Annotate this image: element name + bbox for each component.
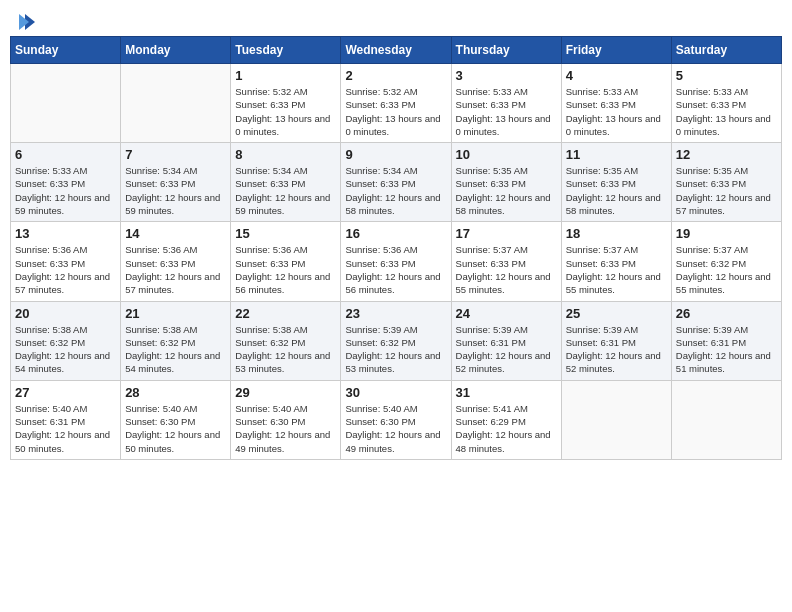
day-header-tuesday: Tuesday — [231, 37, 341, 64]
calendar-header-row: SundayMondayTuesdayWednesdayThursdayFrid… — [11, 37, 782, 64]
day-header-friday: Friday — [561, 37, 671, 64]
day-number: 10 — [456, 147, 557, 162]
calendar-cell: 20Sunrise: 5:38 AMSunset: 6:32 PMDayligh… — [11, 301, 121, 380]
calendar-cell: 22Sunrise: 5:38 AMSunset: 6:32 PMDayligh… — [231, 301, 341, 380]
day-info: Sunrise: 5:33 AMSunset: 6:33 PMDaylight:… — [456, 85, 557, 138]
day-info: Sunrise: 5:36 AMSunset: 6:33 PMDaylight:… — [15, 243, 116, 296]
calendar-cell: 2Sunrise: 5:32 AMSunset: 6:33 PMDaylight… — [341, 64, 451, 143]
calendar-cell — [121, 64, 231, 143]
day-info: Sunrise: 5:37 AMSunset: 6:33 PMDaylight:… — [566, 243, 667, 296]
logo — [16, 14, 37, 32]
day-info: Sunrise: 5:34 AMSunset: 6:33 PMDaylight:… — [235, 164, 336, 217]
calendar-cell: 15Sunrise: 5:36 AMSunset: 6:33 PMDayligh… — [231, 222, 341, 301]
day-number: 12 — [676, 147, 777, 162]
calendar-cell: 18Sunrise: 5:37 AMSunset: 6:33 PMDayligh… — [561, 222, 671, 301]
day-info: Sunrise: 5:36 AMSunset: 6:33 PMDaylight:… — [345, 243, 446, 296]
day-info: Sunrise: 5:40 AMSunset: 6:31 PMDaylight:… — [15, 402, 116, 455]
day-number: 23 — [345, 306, 446, 321]
day-number: 29 — [235, 385, 336, 400]
day-info: Sunrise: 5:32 AMSunset: 6:33 PMDaylight:… — [345, 85, 446, 138]
calendar-cell: 17Sunrise: 5:37 AMSunset: 6:33 PMDayligh… — [451, 222, 561, 301]
day-info: Sunrise: 5:36 AMSunset: 6:33 PMDaylight:… — [125, 243, 226, 296]
calendar-cell: 31Sunrise: 5:41 AMSunset: 6:29 PMDayligh… — [451, 380, 561, 459]
calendar-cell — [11, 64, 121, 143]
calendar-cell: 23Sunrise: 5:39 AMSunset: 6:32 PMDayligh… — [341, 301, 451, 380]
day-info: Sunrise: 5:32 AMSunset: 6:33 PMDaylight:… — [235, 85, 336, 138]
day-header-thursday: Thursday — [451, 37, 561, 64]
day-info: Sunrise: 5:34 AMSunset: 6:33 PMDaylight:… — [125, 164, 226, 217]
day-number: 11 — [566, 147, 667, 162]
day-info: Sunrise: 5:37 AMSunset: 6:33 PMDaylight:… — [456, 243, 557, 296]
calendar-cell: 14Sunrise: 5:36 AMSunset: 6:33 PMDayligh… — [121, 222, 231, 301]
calendar-cell: 9Sunrise: 5:34 AMSunset: 6:33 PMDaylight… — [341, 143, 451, 222]
calendar-cell: 8Sunrise: 5:34 AMSunset: 6:33 PMDaylight… — [231, 143, 341, 222]
day-info: Sunrise: 5:39 AMSunset: 6:31 PMDaylight:… — [676, 323, 777, 376]
day-number: 9 — [345, 147, 446, 162]
day-info: Sunrise: 5:38 AMSunset: 6:32 PMDaylight:… — [15, 323, 116, 376]
day-info: Sunrise: 5:37 AMSunset: 6:32 PMDaylight:… — [676, 243, 777, 296]
day-info: Sunrise: 5:40 AMSunset: 6:30 PMDaylight:… — [235, 402, 336, 455]
day-info: Sunrise: 5:39 AMSunset: 6:31 PMDaylight:… — [456, 323, 557, 376]
day-info: Sunrise: 5:34 AMSunset: 6:33 PMDaylight:… — [345, 164, 446, 217]
day-number: 31 — [456, 385, 557, 400]
page-header — [10, 10, 782, 32]
logo-icon — [17, 12, 37, 32]
day-number: 28 — [125, 385, 226, 400]
calendar-cell: 1Sunrise: 5:32 AMSunset: 6:33 PMDaylight… — [231, 64, 341, 143]
calendar-cell — [671, 380, 781, 459]
day-number: 2 — [345, 68, 446, 83]
calendar-cell: 12Sunrise: 5:35 AMSunset: 6:33 PMDayligh… — [671, 143, 781, 222]
calendar-cell: 28Sunrise: 5:40 AMSunset: 6:30 PMDayligh… — [121, 380, 231, 459]
calendar-cell: 16Sunrise: 5:36 AMSunset: 6:33 PMDayligh… — [341, 222, 451, 301]
day-number: 30 — [345, 385, 446, 400]
day-number: 17 — [456, 226, 557, 241]
calendar-cell: 26Sunrise: 5:39 AMSunset: 6:31 PMDayligh… — [671, 301, 781, 380]
day-number: 22 — [235, 306, 336, 321]
day-number: 6 — [15, 147, 116, 162]
day-number: 18 — [566, 226, 667, 241]
calendar-cell: 4Sunrise: 5:33 AMSunset: 6:33 PMDaylight… — [561, 64, 671, 143]
calendar-week-row: 20Sunrise: 5:38 AMSunset: 6:32 PMDayligh… — [11, 301, 782, 380]
day-number: 16 — [345, 226, 446, 241]
calendar-cell: 24Sunrise: 5:39 AMSunset: 6:31 PMDayligh… — [451, 301, 561, 380]
day-number: 20 — [15, 306, 116, 321]
day-number: 26 — [676, 306, 777, 321]
day-number: 5 — [676, 68, 777, 83]
day-info: Sunrise: 5:40 AMSunset: 6:30 PMDaylight:… — [125, 402, 226, 455]
day-number: 7 — [125, 147, 226, 162]
calendar-cell: 5Sunrise: 5:33 AMSunset: 6:33 PMDaylight… — [671, 64, 781, 143]
day-number: 13 — [15, 226, 116, 241]
day-info: Sunrise: 5:38 AMSunset: 6:32 PMDaylight:… — [235, 323, 336, 376]
calendar-cell: 19Sunrise: 5:37 AMSunset: 6:32 PMDayligh… — [671, 222, 781, 301]
day-number: 24 — [456, 306, 557, 321]
calendar-cell: 25Sunrise: 5:39 AMSunset: 6:31 PMDayligh… — [561, 301, 671, 380]
calendar-cell: 13Sunrise: 5:36 AMSunset: 6:33 PMDayligh… — [11, 222, 121, 301]
calendar-cell: 30Sunrise: 5:40 AMSunset: 6:30 PMDayligh… — [341, 380, 451, 459]
day-info: Sunrise: 5:33 AMSunset: 6:33 PMDaylight:… — [566, 85, 667, 138]
day-info: Sunrise: 5:39 AMSunset: 6:31 PMDaylight:… — [566, 323, 667, 376]
calendar-cell: 10Sunrise: 5:35 AMSunset: 6:33 PMDayligh… — [451, 143, 561, 222]
calendar-week-row: 1Sunrise: 5:32 AMSunset: 6:33 PMDaylight… — [11, 64, 782, 143]
day-number: 8 — [235, 147, 336, 162]
calendar-cell: 6Sunrise: 5:33 AMSunset: 6:33 PMDaylight… — [11, 143, 121, 222]
day-number: 4 — [566, 68, 667, 83]
day-header-saturday: Saturday — [671, 37, 781, 64]
day-number: 27 — [15, 385, 116, 400]
calendar-cell: 29Sunrise: 5:40 AMSunset: 6:30 PMDayligh… — [231, 380, 341, 459]
calendar-cell: 3Sunrise: 5:33 AMSunset: 6:33 PMDaylight… — [451, 64, 561, 143]
day-header-wednesday: Wednesday — [341, 37, 451, 64]
calendar-table: SundayMondayTuesdayWednesdayThursdayFrid… — [10, 36, 782, 460]
calendar-cell — [561, 380, 671, 459]
day-info: Sunrise: 5:35 AMSunset: 6:33 PMDaylight:… — [456, 164, 557, 217]
calendar-week-row: 13Sunrise: 5:36 AMSunset: 6:33 PMDayligh… — [11, 222, 782, 301]
day-number: 3 — [456, 68, 557, 83]
day-info: Sunrise: 5:41 AMSunset: 6:29 PMDaylight:… — [456, 402, 557, 455]
calendar-cell: 27Sunrise: 5:40 AMSunset: 6:31 PMDayligh… — [11, 380, 121, 459]
day-header-sunday: Sunday — [11, 37, 121, 64]
day-number: 19 — [676, 226, 777, 241]
day-number: 21 — [125, 306, 226, 321]
day-number: 14 — [125, 226, 226, 241]
day-number: 15 — [235, 226, 336, 241]
day-info: Sunrise: 5:35 AMSunset: 6:33 PMDaylight:… — [676, 164, 777, 217]
day-info: Sunrise: 5:40 AMSunset: 6:30 PMDaylight:… — [345, 402, 446, 455]
